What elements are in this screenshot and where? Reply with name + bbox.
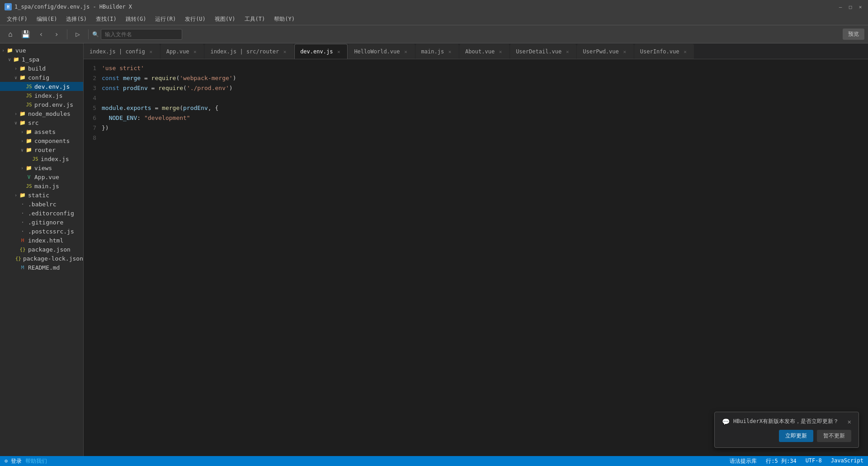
tree-label: config [28, 74, 49, 81]
menu-item-y[interactable]: 帮助(Y) [269, 14, 299, 24]
sidebar-item-main-js[interactable]: JSmain.js [0, 181, 83, 190]
code-line-4: 4 [84, 94, 868, 104]
sidebar-item-build[interactable]: ›📁build [0, 64, 83, 73]
save-button[interactable]: 💾 [19, 28, 33, 41]
sidebar-item-dev-env-js[interactable]: JSdev.env.js [0, 82, 83, 91]
sidebar: ›📁vue∨📁1_spa›📁build∨📁configJSdev.env.jsJ… [0, 43, 84, 456]
line-content-3[interactable]: const prodEnv = require('./prod.env') [102, 84, 868, 94]
menu-item-v[interactable]: 视图(V) [210, 14, 240, 24]
tree-label: .editorconfig [28, 210, 74, 217]
tab-close-3[interactable]: ✕ [335, 48, 342, 55]
sidebar-item-index-js[interactable]: JSindex.js [0, 91, 83, 100]
menu-item-s[interactable]: 选择(S) [61, 14, 91, 24]
tab-label-1: App.vue [166, 48, 189, 55]
line-content-1[interactable]: 'use strict' [102, 64, 868, 74]
line-content-7[interactable]: }) [102, 124, 868, 133]
tab-7[interactable]: UserDetail.vue✕ [510, 44, 576, 59]
tree-label: vue [15, 47, 26, 54]
line-content-2[interactable]: const merge = require('webpack-merge') [102, 74, 868, 84]
tab-2[interactable]: index.js | src/router✕ [204, 44, 294, 59]
sidebar-item-1-spa[interactable]: ∨📁1_spa [0, 55, 83, 64]
tab-close-6[interactable]: ✕ [497, 48, 504, 55]
menu-item-t[interactable]: 工具(T) [240, 14, 270, 24]
sidebar-item--postcssrc-js[interactable]: ·.postcssrc.js [0, 227, 83, 236]
notification-close-button[interactable]: ✕ [848, 418, 851, 425]
tab-0[interactable]: index.js | config✕ [84, 44, 160, 59]
sidebar-item-router[interactable]: ∨📁router [0, 145, 83, 154]
tree-label: node_modules [28, 110, 71, 117]
sidebar-item-components[interactable]: ›📁components [0, 136, 83, 145]
file-search-input[interactable] [101, 29, 182, 40]
sidebar-item--babelrc[interactable]: ·.babelrc [0, 200, 83, 209]
tab-8[interactable]: UserPwd.vue✕ [577, 44, 633, 59]
menu-item-r[interactable]: 运行(R) [151, 14, 180, 24]
tab-9[interactable]: UserInfo.vue✕ [634, 44, 694, 59]
menu-item-g[interactable]: 跳转(G) [121, 14, 151, 24]
tab-5[interactable]: main.js✕ [415, 44, 459, 59]
tab-4[interactable]: HelloWorld.vue✕ [348, 44, 415, 59]
sidebar-item-src[interactable]: ∨📁src [0, 118, 83, 127]
tab-close-8[interactable]: ✕ [622, 48, 628, 55]
tab-1[interactable]: App.vue✕ [160, 44, 204, 59]
menu-item-f[interactable]: 文件(F) [2, 14, 32, 24]
line-content-4[interactable] [102, 94, 868, 104]
update-later-button[interactable]: 暂不更新 [817, 430, 851, 442]
tab-close-5[interactable]: ✕ [447, 48, 453, 55]
encoding: UTF-8 [806, 457, 822, 465]
sidebar-item-package-json[interactable]: {}package.json [0, 245, 83, 254]
sidebar-item-static[interactable]: ›📁static [0, 190, 83, 200]
sidebar-item--gitignore[interactable]: ·.gitignore [0, 218, 83, 227]
tab-close-7[interactable]: ✕ [564, 48, 571, 55]
tab-close-4[interactable]: ✕ [403, 48, 409, 55]
tab-label-2: index.js | src/router [210, 48, 279, 55]
tree-label: .babelrc [28, 201, 57, 208]
close-button[interactable]: ✕ [857, 4, 863, 10]
login-status[interactable]: ⊙ 登录 [5, 457, 22, 465]
sidebar-item-prod-env-js[interactable]: JSprod.env.js [0, 100, 83, 109]
code-editor[interactable]: 1'use strict'2const merge = require('web… [84, 59, 868, 456]
line-number-3: 3 [84, 84, 102, 94]
tab-label-5: main.js [421, 48, 444, 55]
sidebar-item--editorconfig[interactable]: ·.editorconfig [0, 209, 83, 218]
tab-close-1[interactable]: ✕ [192, 48, 198, 55]
tab-6[interactable]: About.vue✕ [459, 44, 509, 59]
sidebar-item-index-html[interactable]: Hindex.html [0, 236, 83, 245]
tree-arrow: › [19, 129, 25, 134]
editor-pane: index.js | config✕App.vue✕index.js | src… [84, 43, 868, 456]
tree-label: App.vue [34, 174, 59, 181]
line-content-8[interactable] [102, 133, 868, 143]
notification-buttons: 立即更新 暂不更新 [722, 430, 851, 442]
sidebar-item-App-vue[interactable]: VApp.vue [0, 172, 83, 181]
back-button[interactable]: ‹ [34, 28, 48, 41]
update-now-button[interactable]: 立即更新 [779, 430, 813, 442]
tab-3[interactable]: dev.env.js✕ [294, 44, 348, 59]
syntax-hint: 语法提示库 [730, 457, 757, 465]
sidebar-item-package-lock-json[interactable]: {}package-lock.json [0, 254, 83, 263]
run-button[interactable]: ▷ [71, 28, 85, 41]
sidebar-item-assets[interactable]: ›📁assets [0, 127, 83, 136]
menu-item-e[interactable]: 编辑(E) [32, 14, 62, 24]
maximize-button[interactable]: □ [847, 4, 854, 10]
sidebar-item-config[interactable]: ∨📁config [0, 73, 83, 82]
home-button[interactable]: ⌂ [4, 28, 17, 41]
sidebar-item-README-md[interactable]: MREADME.md [0, 263, 83, 272]
tab-close-0[interactable]: ✕ [148, 48, 154, 55]
tree-arrow: › [0, 48, 6, 53]
line-content-6[interactable]: NODE_ENV: "development" [102, 114, 868, 124]
menu-item-u[interactable]: 发行(U) [180, 14, 210, 24]
tab-close-9[interactable]: ✕ [682, 48, 688, 55]
sidebar-item-views[interactable]: ›📁views [0, 163, 83, 172]
tab-label-6: About.vue [465, 48, 495, 55]
tree-label: .gitignore [28, 219, 63, 226]
sidebar-item-vue[interactable]: ›📁vue [0, 46, 83, 55]
menu-item-i[interactable]: 查找(I) [91, 14, 121, 24]
tab-close-2[interactable]: ✕ [282, 48, 288, 55]
line-content-5[interactable]: module.exports = merge(prodEnv, { [102, 104, 868, 114]
forward-button[interactable]: › [50, 28, 63, 41]
preview-button[interactable]: 预览 [843, 29, 864, 40]
minimize-button[interactable]: — [837, 4, 844, 10]
sidebar-item-node-modules[interactable]: ›📁node_modules [0, 109, 83, 118]
sidebar-item-index-js[interactable]: JSindex.js [0, 154, 83, 163]
tree-label: index.html [28, 237, 63, 244]
help-link[interactable]: 帮助我们 [25, 457, 47, 465]
